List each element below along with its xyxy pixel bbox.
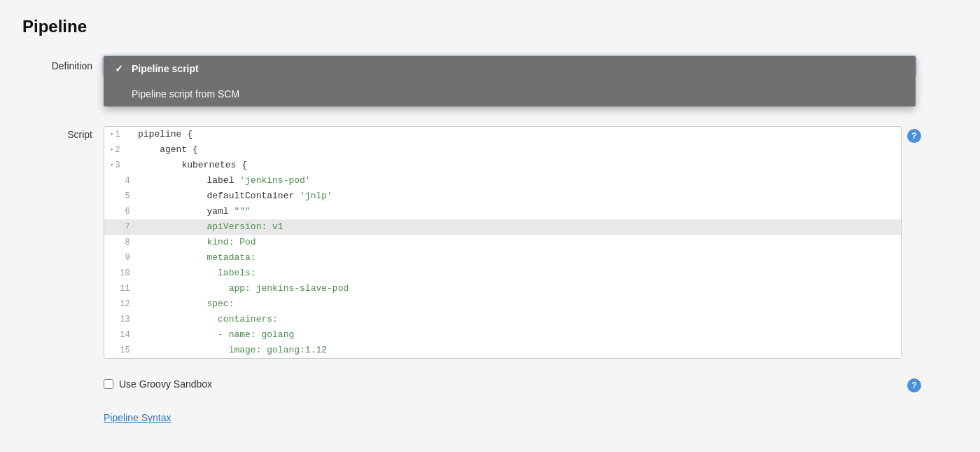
code-line-13: 13 containers: <box>104 312 901 327</box>
groovy-sandbox-row: Use Groovy Sandbox ? <box>104 376 958 392</box>
pipeline-section: Definition Pipeline script Pipeline scri… <box>22 56 958 423</box>
dropdown-option-pipeline-script[interactable]: ✓ Pipeline script <box>104 56 916 81</box>
definition-row: Definition Pipeline script Pipeline scri… <box>22 56 958 76</box>
code-line-9: 9 metadata: <box>104 250 901 266</box>
code-line-3: ▾ 3 kubernetes { <box>104 158 901 173</box>
code-line-2: ▾ 2 agent { <box>104 142 901 158</box>
groovy-sandbox-inner: Use Groovy Sandbox ? <box>104 376 921 392</box>
script-label: Script <box>22 126 92 140</box>
script-row-right: ▾ 1 pipeline { ▾ 2 agent { ▾ 3 kubernete… <box>104 126 921 359</box>
definition-label: Definition <box>22 56 92 71</box>
script-help-icon[interactable]: ? <box>907 129 921 143</box>
code-line-7: 7 apiVersion: v1 <box>104 219 901 235</box>
code-line-5: 5 defaultContainer 'jnlp' <box>104 189 901 204</box>
page-title: Pipeline <box>22 17 958 36</box>
fold-icon-1: ▾ <box>110 127 113 142</box>
code-line-6: 6 yaml """ <box>104 204 901 219</box>
pipeline-syntax-link[interactable]: Pipeline Syntax <box>104 412 958 423</box>
code-line-15: 15 image: golang:1.12 <box>104 343 901 358</box>
checkmark-icon: ✓ <box>115 63 126 74</box>
code-line-4: 4 label 'jenkins-pod' <box>104 173 901 189</box>
fold-icon-3: ▾ <box>110 158 113 173</box>
definition-dropdown-open: ✓ Pipeline script Pipeline script from S… <box>104 56 916 107</box>
code-line-12: 12 spec: <box>104 296 901 312</box>
definition-dropdown-wrapper: Pipeline script Pipeline script from SCM… <box>104 56 916 76</box>
code-editor[interactable]: ▾ 1 pipeline { ▾ 2 agent { ▾ 3 kubernete… <box>104 126 902 359</box>
no-checkmark-icon <box>115 88 126 100</box>
code-line-1: ▾ 1 pipeline { <box>104 127 901 142</box>
groovy-sandbox-help-icon[interactable]: ? <box>907 378 921 392</box>
code-line-10: 10 labels: <box>104 266 901 281</box>
code-line-14: 14 - name: golang <box>104 327 901 343</box>
groovy-sandbox-label: Use Groovy Sandbox <box>119 378 212 390</box>
groovy-sandbox-checkbox[interactable] <box>104 379 113 389</box>
dropdown-option-pipeline-scm[interactable]: Pipeline script from SCM <box>104 81 916 107</box>
code-line-8: 8 kind: Pod <box>104 235 901 250</box>
fold-icon-2: ▾ <box>110 142 113 158</box>
code-line-11: 11 app: jenkins-slave-pod <box>104 281 901 296</box>
script-row: Script ▾ 1 pipeline { ▾ 2 agent { ▾ 3 ku… <box>22 126 958 359</box>
